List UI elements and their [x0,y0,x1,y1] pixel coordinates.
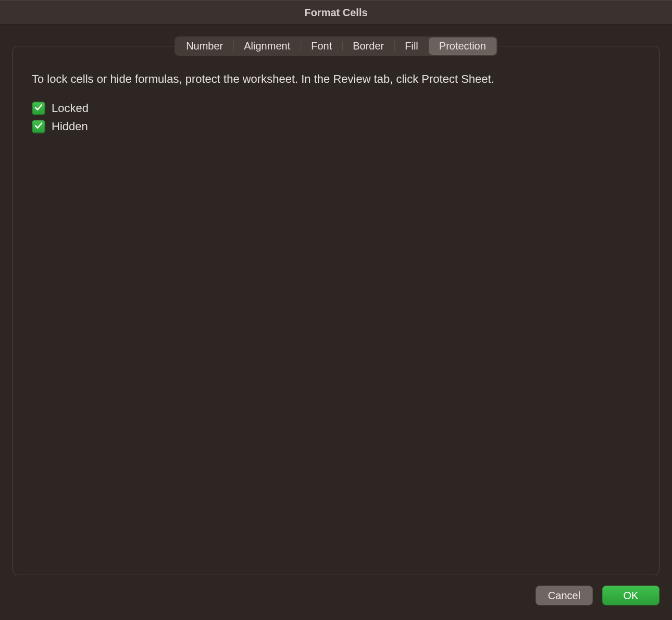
cancel-button[interactable]: Cancel [536,586,593,605]
tab-border[interactable]: Border [342,38,394,55]
locked-row: Locked [32,102,640,115]
tab-font[interactable]: Font [301,38,342,55]
hidden-label: Hidden [52,120,88,133]
titlebar: Format Cells [0,0,672,25]
format-cells-dialog: Format Cells Number Alignment Font Borde… [0,0,672,620]
dialog-title: Format Cells [304,7,367,19]
content-area: Number Alignment Font Border Fill Protec… [0,25,672,577]
checkmark-icon [34,121,43,132]
locked-checkbox[interactable] [32,102,45,115]
hidden-checkbox[interactable] [32,120,45,133]
locked-label: Locked [52,102,89,115]
tab-number[interactable]: Number [176,38,233,55]
protection-description: To lock cells or hide formulas, protect … [32,71,501,87]
ok-button[interactable]: OK [602,586,659,605]
protection-pane: To lock cells or hide formulas, protect … [13,46,659,575]
tab-protection[interactable]: Protection [429,38,496,55]
checkmark-icon [34,103,43,114]
tab-bar: Number Alignment Font Border Fill Protec… [175,36,497,56]
dialog-buttons: Cancel OK [0,577,672,620]
tab-fill[interactable]: Fill [394,38,429,55]
tab-alignment[interactable]: Alignment [233,38,301,55]
hidden-row: Hidden [32,120,640,133]
